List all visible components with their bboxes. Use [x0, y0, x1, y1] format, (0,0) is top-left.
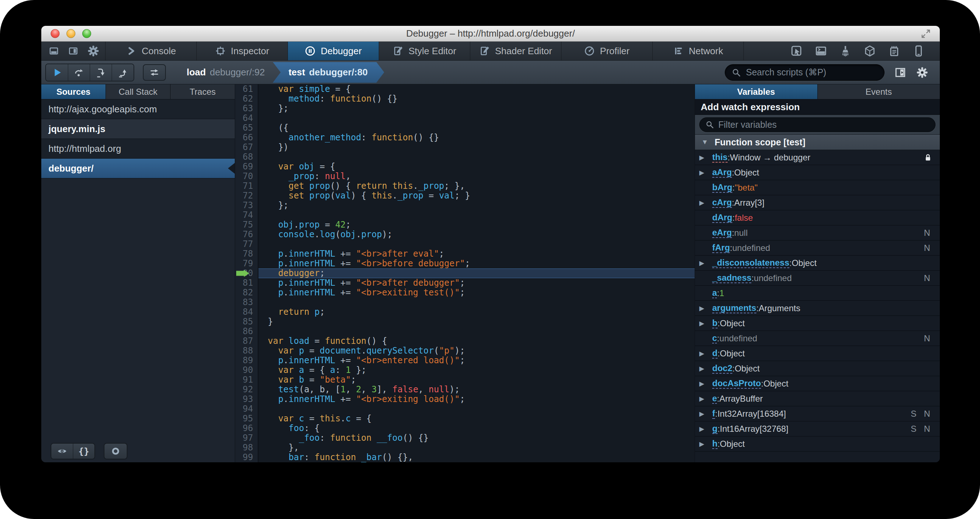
- line-number[interactable]: 92: [235, 385, 258, 395]
- code-text[interactable]: [258, 326, 695, 336]
- line-number[interactable]: 83: [235, 298, 258, 307]
- zoom-button[interactable]: [82, 29, 91, 38]
- line-number[interactable]: 62: [235, 94, 258, 104]
- line-number[interactable]: 77: [235, 239, 258, 249]
- line-number[interactable]: 91: [235, 375, 258, 385]
- variable-row-b[interactable]: ▶b: Object: [695, 316, 940, 331]
- code-text[interactable]: var b = "beta";: [258, 375, 695, 385]
- code-text[interactable]: var a = { a: 1 };: [258, 365, 695, 375]
- variable-row-h[interactable]: ▶h: Object: [695, 436, 940, 452]
- line-number[interactable]: 99: [235, 452, 258, 462]
- line-number[interactable]: 70: [235, 172, 258, 181]
- code-text[interactable]: [258, 239, 695, 249]
- line-number[interactable]: 64: [235, 113, 258, 123]
- 3d-view-button[interactable]: [864, 45, 876, 57]
- toolbox-options-button[interactable]: [87, 45, 99, 57]
- variable-row-arguments[interactable]: ▶arguments: Arguments: [695, 301, 940, 316]
- code-text[interactable]: [258, 210, 695, 220]
- chevron-right-icon[interactable]: ▶: [699, 380, 712, 388]
- code-text[interactable]: var obj = {: [258, 162, 695, 172]
- tab-profiler[interactable]: Profiler: [562, 41, 652, 60]
- source-group[interactable]: http://ajax.googleapis.com: [41, 99, 235, 119]
- line-number[interactable]: 93: [235, 395, 258, 404]
- tab-style-editor[interactable]: Style Editor: [379, 41, 470, 60]
- code-text[interactable]: p.innerHTML += "<br>after debugger";: [258, 278, 695, 288]
- variable-row-e[interactable]: ▶e: ArrayBuffer: [695, 391, 940, 406]
- responsive-mode-button[interactable]: [913, 45, 925, 57]
- line-number[interactable]: 63: [235, 104, 258, 113]
- variable-row-a[interactable]: a: 1: [695, 286, 940, 301]
- code-text[interactable]: var load = function() {: [258, 336, 695, 346]
- code-text[interactable]: p.innerHTML += "<br>entered load()";: [258, 356, 695, 365]
- line-number[interactable]: 89: [235, 356, 258, 365]
- chevron-right-icon[interactable]: ▶: [699, 350, 712, 358]
- code-text[interactable]: return p;: [258, 307, 695, 317]
- line-number[interactable]: 90: [235, 365, 258, 375]
- prettify-button[interactable]: {}: [73, 444, 94, 459]
- code-text[interactable]: },: [258, 443, 695, 452]
- tab-events[interactable]: Events: [818, 84, 940, 99]
- minimize-button[interactable]: [67, 29, 75, 38]
- line-number[interactable]: 97: [235, 433, 258, 443]
- code-text[interactable]: [258, 298, 695, 307]
- line-number[interactable]: 78: [235, 249, 258, 259]
- chevron-right-icon[interactable]: ▶: [699, 199, 712, 207]
- line-number[interactable]: 65: [235, 123, 258, 133]
- variable-row-docAsProto[interactable]: ▶docAsProto: Object: [695, 376, 940, 391]
- titlebar[interactable]: Debugger – http://htmlpad.org/debugger/: [41, 26, 940, 41]
- close-button[interactable]: [51, 29, 60, 38]
- variable-row-g[interactable]: ▶g: Int16Array[32768]S N: [695, 421, 940, 436]
- variable-row-bArg[interactable]: bArg: "beta": [695, 180, 940, 195]
- code-text[interactable]: console.log(obj.prop);: [258, 230, 695, 239]
- code-text[interactable]: bar: function _bar() {},: [258, 452, 695, 462]
- tab-traces[interactable]: Traces: [170, 84, 235, 99]
- add-watch-expression[interactable]: Add watch expression: [695, 99, 940, 115]
- line-number[interactable]: 87: [235, 336, 258, 346]
- tab-debugger[interactable]: Debugger: [288, 41, 379, 60]
- line-number[interactable]: 66: [235, 133, 258, 142]
- line-number[interactable]: 98: [235, 443, 258, 452]
- code-text[interactable]: [258, 152, 695, 162]
- filter-variables-input[interactable]: [718, 119, 929, 130]
- source-item[interactable]: jquery.min.js: [41, 119, 235, 139]
- variable-row-aArg[interactable]: ▶aArg: Object: [695, 165, 940, 180]
- variable-row-f[interactable]: ▶f: Int32Array[16384]S N: [695, 406, 940, 421]
- code-text[interactable]: var p = document.querySelector("p");: [258, 346, 695, 356]
- chevron-right-icon[interactable]: ▶: [699, 395, 712, 403]
- code-text[interactable]: }): [258, 142, 695, 152]
- chevron-right-icon[interactable]: ▶: [699, 259, 712, 267]
- line-number[interactable]: 61: [235, 84, 258, 94]
- dock-side-button[interactable]: [68, 46, 79, 56]
- code-text[interactable]: method: function() {}: [258, 94, 695, 104]
- panel-toggle-button[interactable]: [894, 67, 906, 78]
- code-text[interactable]: get prop() { return this._prop; },: [258, 181, 695, 191]
- line-number[interactable]: 75: [235, 220, 258, 230]
- resize-icon[interactable]: [920, 29, 931, 39]
- variable-row-cArg[interactable]: ▶cArg: Array[3]: [695, 195, 940, 210]
- line-number[interactable]: 72: [235, 191, 258, 201]
- line-number[interactable]: 73: [235, 201, 258, 210]
- variable-row-d[interactable]: ▶d: Object: [695, 346, 940, 361]
- chevron-right-icon[interactable]: ▶: [699, 410, 712, 418]
- code-text[interactable]: [258, 404, 695, 414]
- variable-row-_sadness[interactable]: _sadness: undefinedN: [695, 271, 940, 286]
- code-text[interactable]: p.innerHTML += "<br>after eval";: [258, 249, 695, 259]
- chevron-right-icon[interactable]: ▶: [699, 440, 712, 448]
- code-text[interactable]: }: [258, 317, 695, 326]
- code-text[interactable]: p.innerHTML += "<br>exiting load()";: [258, 395, 695, 404]
- variable-row-fArg[interactable]: fArg: undefinedN: [695, 240, 940, 256]
- scratchpad-button[interactable]: [888, 45, 900, 57]
- code-text[interactable]: p.innerHTML += "<br>before debugger";: [258, 259, 695, 269]
- code-editor[interactable]: 61 var simple = {62 method: function() {…: [235, 84, 695, 462]
- line-number[interactable]: 79: [235, 259, 258, 269]
- code-text[interactable]: set prop(val) { this._prop = val; }: [258, 191, 695, 201]
- code-text[interactable]: [258, 113, 695, 123]
- variable-row-_disconsolateness[interactable]: ▶_disconsolateness: Object: [695, 256, 940, 271]
- variable-row-dArg[interactable]: dArg: false: [695, 210, 940, 225]
- scope-header[interactable]: ▼ Function scope [test]: [695, 135, 940, 150]
- code-text[interactable]: debugger;: [258, 269, 695, 278]
- filter-variables-box[interactable]: [699, 117, 935, 132]
- breadcrumb-load[interactable]: loaddebugger/:92: [179, 60, 273, 84]
- code-text[interactable]: another_method: function() {}: [258, 133, 695, 142]
- code-text[interactable]: test(a, b, [1, 2, 3], false, null);: [258, 385, 695, 395]
